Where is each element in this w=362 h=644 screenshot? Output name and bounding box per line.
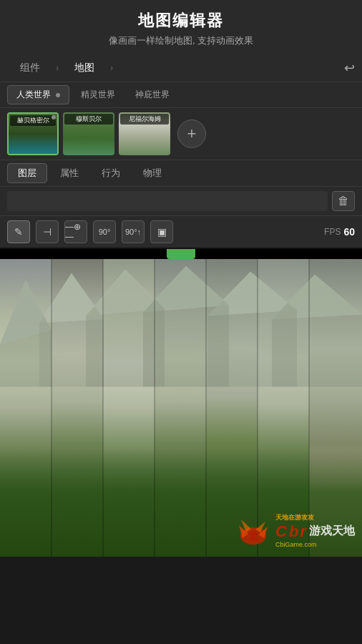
map-canvas[interactable]: 龙 天地在游攻攻 C b r 游戏天地 CbiGame.com bbox=[0, 249, 362, 557]
world-tab-dot bbox=[56, 93, 60, 97]
rotate-left-tool[interactable]: 90° bbox=[93, 220, 116, 243]
dragon-icon: 龙 bbox=[235, 511, 271, 547]
watermark-b: b bbox=[289, 522, 298, 541]
tile-col-1 bbox=[52, 259, 103, 557]
trash-icon: 🗑 bbox=[338, 195, 349, 208]
watermark-main: 游戏天地 bbox=[309, 524, 355, 539]
watermark-text: 天地在游攻攻 C b r 游戏天地 CbiGame.com bbox=[275, 513, 355, 548]
map-thumb-label-3: 尼福尔海姆 bbox=[120, 114, 169, 125]
tab-map[interactable]: 地图 bbox=[62, 59, 107, 77]
tab-arrow-1: › bbox=[56, 63, 59, 73]
layer-view-tool[interactable]: ▣ bbox=[150, 220, 173, 243]
tile-col-3 bbox=[155, 259, 206, 557]
layer-icon: ▣ bbox=[157, 226, 167, 238]
layer-tab-bar: 图层 属性 行为 物理 bbox=[0, 160, 362, 187]
world-tab-human[interactable]: 人类世界 bbox=[7, 85, 69, 104]
tab-arrow-2: › bbox=[110, 63, 113, 73]
map-thumbnail-row: 赫贝格密尔 穆斯贝尔 尼福尔海姆 + bbox=[0, 108, 362, 160]
tile-col-2 bbox=[103, 259, 155, 557]
watermark-cb: C bbox=[275, 522, 288, 541]
map-thumb-dot-1 bbox=[52, 115, 56, 119]
step-tool[interactable]: ⊣ bbox=[36, 220, 59, 243]
pencil-tool[interactable]: ✎ bbox=[7, 220, 30, 243]
map-thumb-1[interactable]: 赫贝格密尔 bbox=[7, 112, 59, 155]
step-icon: ⊣ bbox=[43, 226, 52, 238]
map-thumb-2[interactable]: 穆斯贝尔 bbox=[63, 112, 114, 155]
watermark-top-text: 天地在游攻攻 bbox=[275, 513, 355, 522]
fps-label: FPS bbox=[324, 227, 341, 237]
fps-display: FPS 60 bbox=[324, 226, 355, 238]
layer-tab-layers[interactable]: 图层 bbox=[7, 163, 47, 183]
world-tab-bar: 人类世界 精灵世界 神庇世界 bbox=[0, 82, 362, 108]
map-thumb-3[interactable]: 尼福尔海姆 bbox=[119, 112, 170, 155]
watermark: 龙 天地在游攻攻 C b r 游戏天地 CbiGame.com bbox=[235, 511, 355, 550]
map-thumb-label-1: 赫贝格密尔 bbox=[10, 115, 56, 126]
rotate-right-tool[interactable]: 90°↑ bbox=[122, 220, 145, 243]
tool-row: ✎ ⊣ —⊕— 90° 90°↑ ▣ FPS 60 bbox=[0, 216, 362, 249]
world-tab-divine[interactable]: 神庇世界 bbox=[127, 86, 178, 104]
top-tab-bar: 组件 › 地图 › ↩ bbox=[0, 54, 362, 82]
svg-text:龙: 龙 bbox=[248, 530, 259, 542]
delete-layer-button[interactable]: 🗑 bbox=[332, 191, 355, 211]
page-subtitle: 像画画一样绘制地图, 支持动画效果 bbox=[7, 34, 355, 47]
rotate-right-label: 90°↑ bbox=[125, 228, 141, 236]
pencil-icon: ✎ bbox=[14, 226, 23, 238]
toolbar-row: 🗑 bbox=[0, 187, 362, 216]
share-button[interactable]: ↩ bbox=[344, 60, 355, 76]
crosshair-icon: —⊕— bbox=[65, 222, 87, 242]
map-thumb-label-2: 穆斯贝尔 bbox=[64, 114, 113, 125]
layer-list-area bbox=[7, 191, 328, 211]
watermark-r: r bbox=[300, 522, 306, 541]
tab-components[interactable]: 组件 bbox=[7, 59, 53, 77]
tile-col-0 bbox=[0, 259, 52, 557]
add-map-button[interactable]: + bbox=[177, 119, 206, 148]
page-title: 地图编辑器 bbox=[7, 10, 355, 31]
fps-value: 60 bbox=[343, 226, 355, 238]
canvas-indicator bbox=[167, 249, 195, 259]
layer-tab-behavior[interactable]: 行为 bbox=[92, 164, 130, 182]
header: 地图编辑器 像画画一样绘制地图, 支持动画效果 bbox=[0, 0, 362, 54]
rotate-left-label: 90° bbox=[99, 228, 111, 236]
layer-tab-properties[interactable]: 属性 bbox=[50, 164, 89, 182]
world-tab-elf[interactable]: 精灵世界 bbox=[72, 86, 124, 104]
crosshair-tool[interactable]: —⊕— bbox=[64, 220, 87, 243]
layer-tab-physics[interactable]: 物理 bbox=[133, 164, 172, 182]
watermark-url: CbiGame.com bbox=[275, 541, 355, 548]
